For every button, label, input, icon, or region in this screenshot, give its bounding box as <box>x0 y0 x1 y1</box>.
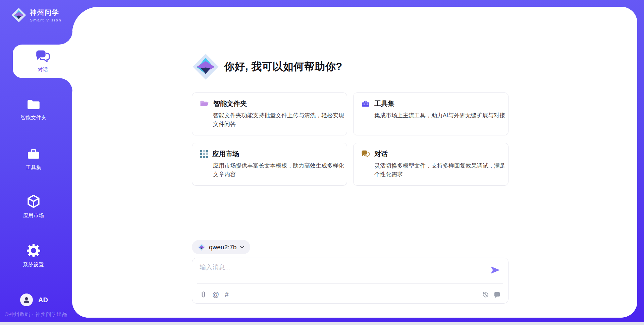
copyright-footer: ©神州数码 · 神州问学出品 <box>5 311 67 318</box>
avatar <box>20 294 33 306</box>
sidebar-item-label: 应用市场 <box>23 212 44 219</box>
toolbox-icon <box>361 100 370 108</box>
feedback-bubble-icon[interactable] <box>494 291 500 298</box>
card-title: 工具集 <box>374 99 394 108</box>
hash-icon[interactable]: # <box>225 291 228 298</box>
chat-bubbles-icon <box>361 150 370 158</box>
card-description: 应用市场提供丰富长文本模板，助力高效生成多样化文章内容 <box>213 161 344 179</box>
sidebar-item-smart-folder[interactable]: 智能文件夹 <box>0 98 67 121</box>
quick-start-cards: 智能文件夹 智能文件夹功能支持批量文件上传与清洗，轻松实现文件问答 工具集 集成… <box>192 92 508 186</box>
sidebar-item-settings[interactable]: 系统设置 <box>0 244 67 268</box>
composer-tools-right <box>482 291 500 298</box>
composer-divider <box>197 283 503 284</box>
message-input[interactable] <box>200 263 488 282</box>
gear-icon <box>26 244 41 258</box>
sidebar-item-label: 工具集 <box>26 165 42 171</box>
card-chat[interactable]: 对话 灵活切换多模型文件，支持多样回复效果调试，满足个性化需求 <box>353 143 508 186</box>
mention-icon[interactable]: @ <box>212 291 219 298</box>
greeting-block: 你好, 我可以如何帮助你? <box>192 53 342 80</box>
card-title: 应用市场 <box>212 149 239 158</box>
card-title: 对话 <box>374 149 388 158</box>
composer-tools-left: @ # <box>200 291 228 298</box>
message-composer: @ # <box>192 258 508 304</box>
folder-open-icon <box>200 100 209 108</box>
brand-diamond-icon <box>192 53 219 80</box>
brand-name: 神州问学 <box>30 8 62 17</box>
greeting-title: 你好, 我可以如何帮助你? <box>224 60 342 74</box>
brand-diamond-icon <box>11 7 26 23</box>
person-icon <box>22 296 31 304</box>
brand-logo: 神州问学 Smart Vision <box>11 7 62 23</box>
card-app-market[interactable]: 应用市场 应用市场提供丰富长文本模板，助力高效生成多样化文章内容 <box>192 143 347 186</box>
chevron-down-icon <box>240 246 245 249</box>
send-icon[interactable] <box>490 266 500 274</box>
folder-icon <box>26 98 41 111</box>
sidebar: 神州问学 Smart Vision 智能文件夹 工具集 应用市场 系统设置 AD… <box>0 0 72 325</box>
card-toolset[interactable]: 工具集 集成市场上主流工具，助力AI与外界无缝扩展与对接 <box>353 92 508 135</box>
model-diamond-icon <box>198 243 206 251</box>
brand-subtitle: Smart Vision <box>30 18 62 22</box>
grid-icon <box>200 150 208 158</box>
attach-icon[interactable] <box>200 291 207 298</box>
card-description: 灵活切换多模型文件，支持多样回复效果调试，满足个性化需求 <box>374 161 506 179</box>
window-bottom-edge <box>0 322 644 325</box>
sidebar-item-label: 智能文件夹 <box>20 115 47 121</box>
toolbox-icon <box>26 148 41 160</box>
sidebar-item-app-market[interactable]: 应用市场 <box>0 194 67 219</box>
user-name: AD <box>38 296 48 304</box>
sidebar-item-label: 系统设置 <box>23 262 44 268</box>
history-icon[interactable] <box>482 291 489 298</box>
user-profile[interactable]: AD <box>20 294 48 306</box>
card-description: 集成市场上主流工具，助力AI与外界无缝扩展与对接 <box>374 111 506 120</box>
model-selector[interactable]: qwen2:7b <box>192 240 250 254</box>
sidebar-item-toolset[interactable]: 工具集 <box>0 148 67 171</box>
card-description: 智能文件夹功能支持批量文件上传与清洗，轻松实现文件问答 <box>213 111 344 128</box>
model-name: qwen2:7b <box>209 244 236 251</box>
main-content-panel: 你好, 我可以如何帮助你? 智能文件夹 智能文件夹功能支持批量文件上传与清洗，轻… <box>72 7 637 318</box>
cube-icon <box>26 194 41 208</box>
card-smart-folder[interactable]: 智能文件夹 智能文件夹功能支持批量文件上传与清洗，轻松实现文件问答 <box>192 92 347 135</box>
card-title: 智能文件夹 <box>213 99 247 108</box>
